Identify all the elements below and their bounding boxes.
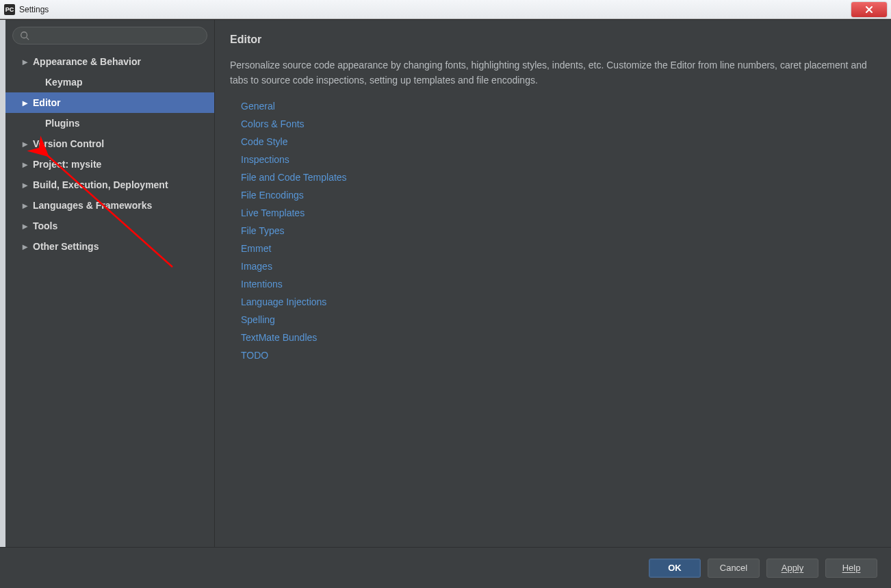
expand-arrow-icon: ▸: [21, 159, 29, 170]
expand-arrow-icon: ▸: [21, 241, 29, 252]
cancel-button[interactable]: Cancel: [708, 559, 760, 578]
editor-link-language-injections[interactable]: Language Injections: [241, 293, 876, 311]
dialog-footer: OK Cancel Apply Help: [0, 547, 891, 588]
search-input[interactable]: [12, 27, 207, 44]
editor-link-file-encodings[interactable]: File Encodings: [241, 186, 876, 204]
dialog-body: ▸Appearance & BehaviorKeymap▸EditorPlugi…: [0, 19, 891, 547]
svg-line-1: [27, 38, 29, 40]
sidebar-item-label: Project: mysite: [33, 159, 101, 170]
sidebar-item-languages-frameworks[interactable]: ▸Languages & Frameworks: [5, 195, 214, 216]
close-icon: [865, 5, 873, 14]
sidebar-item-label: Keymap: [45, 77, 82, 88]
expand-arrow-icon: ▸: [21, 138, 29, 149]
sidebar-item-appearance-behavior[interactable]: ▸Appearance & Behavior: [5, 51, 214, 72]
editor-link-file-and-code-templates[interactable]: File and Code Templates: [241, 168, 876, 186]
sidebar-item-label: Other Settings: [33, 241, 99, 252]
apply-button[interactable]: Apply: [766, 559, 818, 578]
page-description: Personalize source code appearance by ch…: [230, 58, 876, 88]
expand-arrow-icon: ▸: [21, 97, 29, 108]
editor-link-live-templates[interactable]: Live Templates: [241, 204, 876, 222]
app-icon: PC: [4, 4, 15, 15]
settings-window: PC Settings ▸Appearance & BehaviorKeymap…: [0, 0, 891, 588]
sidebar-item-label: Plugins: [45, 118, 80, 129]
editor-link-images[interactable]: Images: [241, 257, 876, 275]
sidebar-item-keymap[interactable]: Keymap: [5, 72, 214, 92]
editor-link-spelling[interactable]: Spelling: [241, 311, 876, 329]
sidebar-item-build-execution-deployment[interactable]: ▸Build, Execution, Deployment: [5, 175, 214, 195]
ok-button[interactable]: OK: [649, 559, 701, 578]
page-title: Editor: [230, 34, 876, 46]
editor-link-textmate-bundles[interactable]: TextMate Bundles: [241, 329, 876, 346]
editor-subpage-links: GeneralColors & FontsCode StyleInspectio…: [230, 97, 876, 364]
editor-link-inspections[interactable]: Inspections: [241, 151, 876, 168]
expand-arrow-icon: ▸: [21, 200, 29, 211]
sidebar-item-label: Appearance & Behavior: [33, 56, 141, 67]
window-close-button[interactable]: [851, 2, 887, 17]
settings-sidebar: ▸Appearance & BehaviorKeymap▸EditorPlugi…: [5, 20, 215, 547]
settings-tree: ▸Appearance & BehaviorKeymap▸EditorPlugi…: [5, 51, 214, 547]
sidebar-item-project-mysite[interactable]: ▸Project: mysite: [5, 154, 214, 175]
svg-point-0: [21, 32, 27, 38]
sidebar-item-label: Languages & Frameworks: [33, 200, 152, 211]
expand-arrow-icon: ▸: [21, 179, 29, 190]
editor-link-general[interactable]: General: [241, 97, 876, 115]
editor-link-emmet[interactable]: Emmet: [241, 240, 876, 257]
sidebar-item-tools[interactable]: ▸Tools: [5, 216, 214, 236]
window-title: Settings: [19, 5, 49, 14]
expand-arrow-icon: ▸: [21, 220, 29, 231]
titlebar: PC Settings: [0, 0, 891, 19]
sidebar-item-version-control[interactable]: ▸Version Control: [5, 133, 214, 154]
editor-link-intentions[interactable]: Intentions: [241, 275, 876, 293]
search-field[interactable]: [34, 31, 200, 41]
sidebar-item-label: Version Control: [33, 138, 104, 149]
search-icon: [20, 31, 29, 40]
left-scroll-gutter: [0, 20, 5, 547]
sidebar-item-other-settings[interactable]: ▸Other Settings: [5, 236, 214, 257]
settings-content: Editor Personalize source code appearanc…: [215, 20, 891, 547]
sidebar-item-plugins[interactable]: Plugins: [5, 113, 214, 133]
sidebar-item-label: Build, Execution, Deployment: [33, 179, 168, 190]
help-button[interactable]: Help: [825, 559, 877, 578]
sidebar-item-label: Editor: [33, 97, 60, 108]
editor-link-todo[interactable]: TODO: [241, 346, 876, 364]
sidebar-item-editor[interactable]: ▸Editor: [5, 92, 214, 113]
editor-link-colors-fonts[interactable]: Colors & Fonts: [241, 115, 876, 133]
expand-arrow-icon: ▸: [21, 56, 29, 67]
editor-link-code-style[interactable]: Code Style: [241, 133, 876, 151]
editor-link-file-types[interactable]: File Types: [241, 222, 876, 240]
sidebar-item-label: Tools: [33, 220, 57, 231]
